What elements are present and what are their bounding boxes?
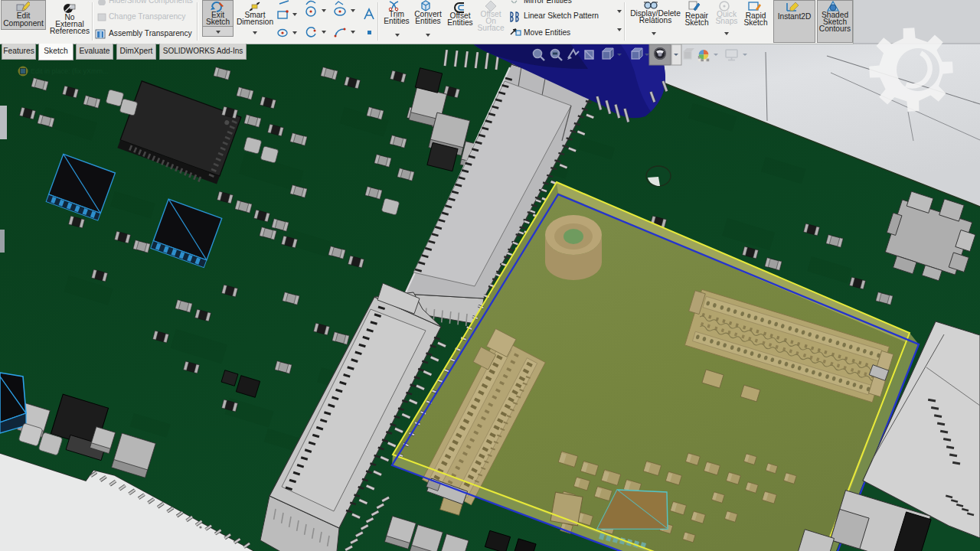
svg-text:Edit in place: (fix yXmm...: Edit in place: (fix yXmm... <box>31 67 109 75</box>
